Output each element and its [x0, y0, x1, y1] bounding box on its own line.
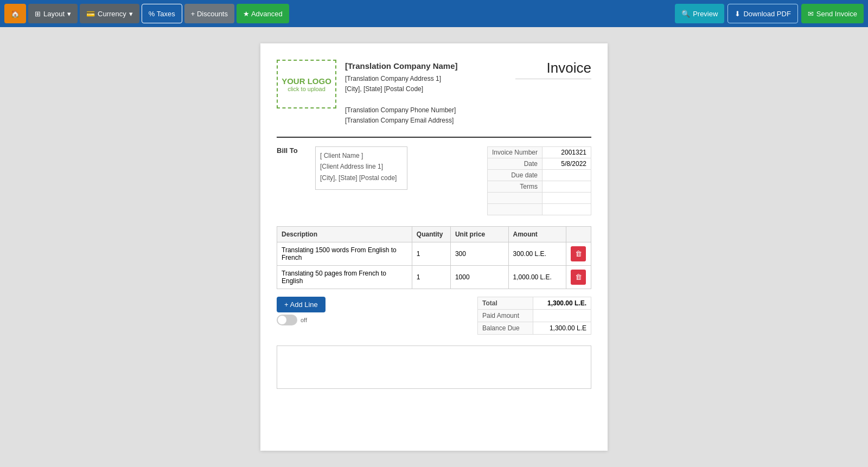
- balance-value: 1,300.00 L.E: [533, 322, 591, 334]
- col-header-action: [566, 226, 591, 242]
- due-date-label: Due date: [487, 169, 542, 181]
- company-info: [Translation Company Name] [Translation …: [345, 60, 458, 126]
- toggle-section: off: [277, 315, 326, 325]
- row-action: 🗑: [566, 242, 591, 265]
- company-phone: [Translation Company Phone Number]: [345, 105, 458, 116]
- invoice-title: Invoice: [515, 60, 591, 79]
- bill-to-label: Bill To: [277, 146, 307, 155]
- row-quantity[interactable]: 1: [412, 242, 450, 265]
- col-header-description: Description: [277, 226, 412, 242]
- row-unit-price[interactable]: 1000: [450, 265, 508, 289]
- toggle-slider: [277, 315, 297, 325]
- date-row: Date 5/8/2022: [487, 158, 591, 169]
- extra-row1: [487, 192, 591, 203]
- download-icon: ⬇: [735, 10, 741, 18]
- total-row: Total 1,300.00 L.E.: [478, 297, 591, 309]
- send-icon: ✉: [808, 10, 814, 18]
- logo-section: YOUR LOGO click to upload [Translation C…: [277, 60, 458, 126]
- add-line-area: + Add Line off: [277, 297, 326, 325]
- company-name: [Translation Company Name]: [345, 60, 458, 73]
- terms-row: Terms: [487, 181, 591, 192]
- totals-table: Total 1,300.00 L.E. Paid Amount Balance …: [477, 297, 591, 335]
- preview-button[interactable]: 🔍 Preview: [675, 4, 724, 23]
- company-city: [City], [State] [Postal Code]: [345, 84, 458, 94]
- row-action: 🗑: [566, 265, 591, 289]
- table-row: Translating 1500 words From English to F…: [277, 242, 591, 265]
- home-button[interactable]: 🏠: [4, 4, 26, 23]
- preview-icon: 🔍: [681, 10, 690, 18]
- invoice-details-table: Invoice Number 2001321 Date 5/8/2022 Due…: [487, 146, 591, 215]
- paid-row: Paid Amount: [478, 309, 591, 322]
- col-header-quantity: Quantity: [412, 226, 450, 242]
- taxes-button[interactable]: % Taxes: [142, 4, 182, 23]
- invoice-number-row: Invoice Number 2001321: [487, 146, 591, 158]
- terms-value: [542, 181, 591, 192]
- advanced-button[interactable]: ★ Advanced: [237, 4, 289, 23]
- toolbar: 🏠 ⊞ Layout ▾ 💳 Currency ▾ % Taxes + Disc…: [0, 0, 868, 27]
- layout-icon: ⊞: [35, 10, 41, 18]
- billing-section: Bill To [ Client Name ] [Client Address …: [277, 146, 591, 215]
- row-description[interactable]: Translating 50 pages from French to Engl…: [277, 265, 412, 289]
- extra-label1: [487, 192, 542, 203]
- bill-to-box[interactable]: [ Client Name ] [Client Address line 1] …: [315, 146, 407, 190]
- due-date-row: Due date: [487, 169, 591, 181]
- extra-value2: [542, 203, 591, 215]
- layout-chevron-icon: ▾: [67, 10, 71, 18]
- currency-icon: 💳: [86, 10, 95, 18]
- invoice-number-value: 2001321: [542, 146, 591, 158]
- add-icon: + Add Line: [284, 300, 318, 309]
- row-amount: 1,000.00 L.E.: [508, 265, 566, 289]
- extra-row2: [487, 203, 591, 215]
- currency-button[interactable]: 💳 Currency ▾: [80, 4, 139, 23]
- invoice-number-label: Invoice Number: [487, 146, 542, 158]
- total-label: Total: [478, 297, 533, 309]
- row-quantity[interactable]: 1: [412, 265, 450, 289]
- terms-label: Terms: [487, 181, 542, 192]
- currency-chevron-icon: ▾: [129, 10, 133, 18]
- client-name: [ Client Name ]: [320, 150, 403, 161]
- logo-sub: click to upload: [288, 86, 326, 92]
- row-description[interactable]: Translating 1500 words From English to F…: [277, 242, 412, 265]
- page-container: YOUR LOGO click to upload [Translation C…: [0, 27, 868, 467]
- paid-value: [533, 309, 591, 322]
- row-unit-price[interactable]: 300: [450, 242, 508, 265]
- download-pdf-button[interactable]: ⬇ Download PDF: [727, 4, 797, 23]
- toggle-label: off: [301, 317, 307, 323]
- delete-row-button[interactable]: 🗑: [571, 270, 586, 285]
- client-city: [City], [State] [Postal code]: [320, 172, 403, 183]
- company-email: [Translation Company Email Address]: [345, 116, 458, 126]
- extra-label2: [487, 203, 542, 215]
- toolbar-right-actions: 🔍 Preview ⬇ Download PDF ✉ Send Invoice: [675, 4, 864, 23]
- col-header-amount: Amount: [508, 226, 566, 242]
- home-icon: 🏠: [11, 10, 20, 18]
- discount-toggle[interactable]: [277, 315, 297, 325]
- delete-row-button[interactable]: 🗑: [571, 246, 586, 261]
- discounts-button[interactable]: + Discounts: [184, 4, 234, 23]
- notes-area[interactable]: [277, 346, 591, 389]
- invoice-title-section: Invoice: [515, 60, 591, 79]
- company-address1: [Translation Company Address 1]: [345, 74, 458, 84]
- row-amount: 300.00 L.E.: [508, 242, 566, 265]
- layout-button[interactable]: ⊞ Layout ▾: [28, 4, 78, 23]
- items-header-row: Description Quantity Unit price Amount: [277, 226, 591, 242]
- invoice-header: YOUR LOGO click to upload [Translation C…: [277, 60, 591, 126]
- paid-label: Paid Amount: [478, 309, 533, 322]
- table-row: Translating 50 pages from French to Engl…: [277, 265, 591, 289]
- col-header-unit-price: Unit price: [450, 226, 508, 242]
- send-invoice-button[interactable]: ✉ Send Invoice: [801, 4, 864, 23]
- balance-row: Balance Due 1,300.00 L.E: [478, 322, 591, 334]
- date-label: Date: [487, 158, 542, 169]
- due-date-value: [542, 169, 591, 181]
- extra-value1: [542, 192, 591, 203]
- logo-text: YOUR LOGO: [282, 76, 331, 86]
- client-address: [Client Address line 1]: [320, 161, 403, 172]
- add-line-button[interactable]: + Add Line: [277, 297, 326, 312]
- totals-section: + Add Line off Total 1,300.00 L.E.: [277, 297, 591, 335]
- invoice-card: YOUR LOGO click to upload [Translation C…: [260, 43, 608, 451]
- items-table: Description Quantity Unit price Amount T…: [277, 226, 591, 289]
- logo-upload-box[interactable]: YOUR LOGO click to upload: [277, 60, 336, 108]
- header-divider: [277, 137, 591, 138]
- balance-label: Balance Due: [478, 322, 533, 334]
- date-value: 5/8/2022: [542, 158, 591, 169]
- total-value: 1,300.00 L.E.: [533, 297, 591, 309]
